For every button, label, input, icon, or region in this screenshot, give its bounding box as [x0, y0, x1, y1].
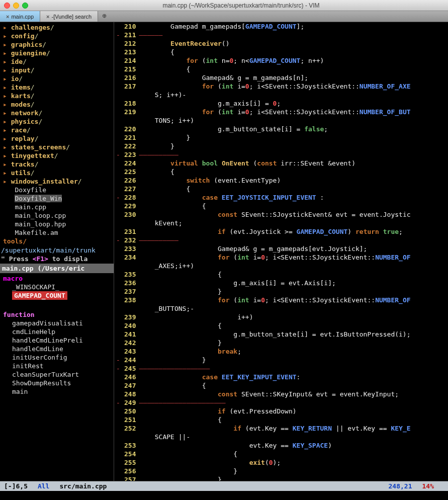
tree-dir[interactable]: ▸ items/ — [3, 83, 114, 92]
tagbar-item[interactable]: cleanSuperTuxKart — [3, 370, 111, 379]
close-icon[interactable]: × — [46, 14, 49, 20]
code-line[interactable]: —————————— — [139, 236, 448, 244]
code-line[interactable]: const SEvent::SKeyInput& evt = event.Key… — [139, 390, 448, 398]
code-line[interactable]: { — [139, 202, 448, 210]
nerdtree[interactable]: ▸ challenges/▸ config/▸ graphics/▸ guien… — [0, 22, 114, 246]
tagbar-item[interactable]: handleCmdLinePreli — [3, 336, 111, 345]
code-line[interactable]: —————— — [139, 31, 448, 39]
code-line[interactable]: } — [139, 475, 448, 481]
code-line[interactable]: } — [139, 467, 448, 475]
code-line[interactable]: g.m_axis[i] = 0; — [139, 99, 448, 108]
code-line[interactable]: g.m_axis[i] = evt.Axis[i]; — [139, 279, 448, 287]
minimize-icon[interactable] — [13, 3, 19, 9]
code-line[interactable]: case EET_JOYSTICK_INPUT_EVENT : — [139, 193, 448, 202]
code-line[interactable]: g.m_button_state[i] = evt.IsButtonPresse… — [139, 330, 448, 339]
code-line[interactable]: break; — [139, 347, 448, 356]
code-line[interactable]: Gamepad& g = m_gamepads[n]; — [139, 73, 448, 82]
tree-dir[interactable]: ▸ guiengine/ — [3, 49, 114, 57]
tree-dir[interactable]: ▸ network/ — [3, 109, 114, 117]
tree-dir[interactable]: ▸ replay/ — [3, 134, 114, 143]
code-line[interactable]: { — [139, 321, 448, 330]
tagbar-group-macro[interactable]: macro — [3, 274, 111, 283]
code-line[interactable]: case EET_KEY_INPUT_EVENT: — [139, 373, 448, 381]
tagbar-item[interactable]: initRest — [3, 362, 111, 370]
tree-dir[interactable]: ▸ utils/ — [3, 169, 114, 177]
tree-file[interactable]: Doxyfile — [3, 186, 114, 194]
zoom-icon[interactable] — [22, 3, 28, 9]
tagbar-item[interactable]: _WINSOCKAPI_ — [3, 283, 111, 291]
tree-file[interactable]: main_loop.cpp — [3, 211, 114, 220]
code-line[interactable]: { — [139, 415, 448, 424]
code-line[interactable]: } — [139, 287, 448, 296]
code-window[interactable]: -------- 2102112122132142152162172182192… — [114, 22, 448, 481]
tagbar-item[interactable]: gamepadVisualisati — [3, 319, 111, 327]
tree-file[interactable]: Doxyfile_Win — [3, 194, 114, 203]
tree-dir[interactable]: ▸ windows_installer/ — [3, 177, 114, 186]
code-line[interactable]: { — [139, 450, 448, 458]
code-line[interactable]: evt.Key == KEY_SPACE) — [139, 441, 448, 450]
code-line[interactable]: —————————————————— — [139, 364, 448, 373]
tree-dir[interactable]: ▸ karts/ — [3, 92, 114, 100]
code-line[interactable]: if (evt.Joystick >= GAMEPAD_COUNT) retur… — [139, 227, 448, 236]
code-line[interactable]: { — [139, 65, 448, 73]
fold-column[interactable]: -------- — [114, 22, 122, 481]
tagbar-item[interactable]: GAMEPAD_COUNT — [12, 291, 67, 300]
tree-file[interactable]: Makefile.am — [3, 228, 114, 237]
tree-dir[interactable]: ▸ modes/ — [3, 100, 114, 109]
code-line[interactable]: —————————— — [139, 150, 448, 159]
tree-dir[interactable]: ▸ physics/ — [3, 117, 114, 126]
code-line[interactable]: for (int n=0; n<GAMEPAD_COUNT; n++) — [139, 56, 448, 65]
code-line[interactable]: } — [139, 356, 448, 364]
tagbar-group-function[interactable]: function — [3, 310, 111, 319]
tree-dir[interactable]: ▸ states_screens/ — [3, 143, 114, 151]
tagbar-item[interactable]: initUserConfig — [3, 353, 111, 362]
code-line[interactable]: g.m_button_state[i] = false; — [139, 125, 448, 133]
code-line[interactable]: } — [139, 142, 448, 150]
tree-root[interactable]: tools/ — [3, 237, 114, 245]
code-line[interactable]: } — [139, 339, 448, 347]
code-line[interactable]: for (int i=0; i<SEvent::SJoystickEvent::… — [139, 253, 448, 262]
code-line[interactable]: switch (event.EventType) — [139, 176, 448, 185]
code-line[interactable]: for (int i=0; i<SEvent::SJoystickEvent::… — [139, 82, 448, 91]
code-line[interactable]: { — [139, 48, 448, 56]
tree-dir[interactable]: ▸ graphics/ — [3, 40, 114, 49]
tree-dir[interactable]: ▸ tinygettext/ — [3, 151, 114, 160]
code-line[interactable]: } — [139, 133, 448, 142]
code-line[interactable]: SCAPE ||- — [139, 433, 448, 441]
tree-dir[interactable]: ▸ race/ — [3, 126, 114, 134]
code-line[interactable]: for (int i=0; i<SEvent::SJoystickEvent::… — [139, 296, 448, 304]
code-line[interactable]: for (int i=0; i<SEvent::SJoystickEvent::… — [139, 108, 448, 116]
tab-main-cpp[interactable]: × main.cpp — [0, 11, 40, 22]
tree-file[interactable]: main.cpp — [3, 203, 114, 211]
code-line[interactable]: const SEvent::SJoystickEvent& evt = even… — [139, 210, 448, 219]
code-line[interactable]: if (evt.Key == KEY_RETURN || evt.Key == … — [139, 424, 448, 433]
code-line[interactable]: { — [139, 168, 448, 176]
tree-dir[interactable]: ▸ tracks/ — [3, 160, 114, 169]
code-line[interactable]: kEvent; — [139, 219, 448, 227]
code-line[interactable]: _BUTTONS;- — [139, 304, 448, 313]
tree-file[interactable]: main_loop.hpp — [3, 220, 114, 228]
code-lines[interactable]: Gamepad m_gamepads[GAMEPAD_COUNT];——————… — [139, 22, 448, 481]
code-line[interactable]: { — [139, 270, 448, 279]
code-line[interactable]: Gamepad m_gamepads[GAMEPAD_COUNT]; — [139, 22, 448, 31]
code-line[interactable]: _AXES;i++) — [139, 262, 448, 270]
tagbar-item[interactable]: handleCmdLine — [3, 345, 111, 353]
tree-dir[interactable]: ▸ config/ — [3, 32, 114, 40]
code-line[interactable]: Gamepad& g = m_gamepads[evt.Joystick]; — [139, 244, 448, 253]
tagbar-item[interactable]: ShowDumpResults — [3, 379, 111, 387]
tagbar-item[interactable]: main — [3, 387, 111, 396]
code-line[interactable]: S; i++)- — [139, 91, 448, 99]
tagbar[interactable]: macro_WINSOCKAPI_GAMEPAD_COUNT functiong… — [0, 273, 114, 397]
close-icon[interactable]: × — [6, 14, 9, 20]
code-line[interactable]: EventReceiver() — [139, 39, 448, 48]
code-line[interactable]: { — [139, 185, 448, 193]
code-line[interactable]: exit(0); — [139, 458, 448, 467]
code-line[interactable]: if (evt.PressedDown) — [139, 407, 448, 415]
tagbar-item[interactable]: cmdLineHelp — [3, 327, 111, 336]
close-icon[interactable] — [4, 3, 10, 9]
code-line[interactable]: { — [139, 381, 448, 390]
tree-dir[interactable]: ▸ io/ — [3, 74, 114, 83]
code-line[interactable]: virtual bool OnEvent (const irr::SEvent … — [139, 159, 448, 168]
code-line[interactable]: i++) — [139, 313, 448, 321]
code-line[interactable]: —————————————————————— — [139, 398, 448, 407]
